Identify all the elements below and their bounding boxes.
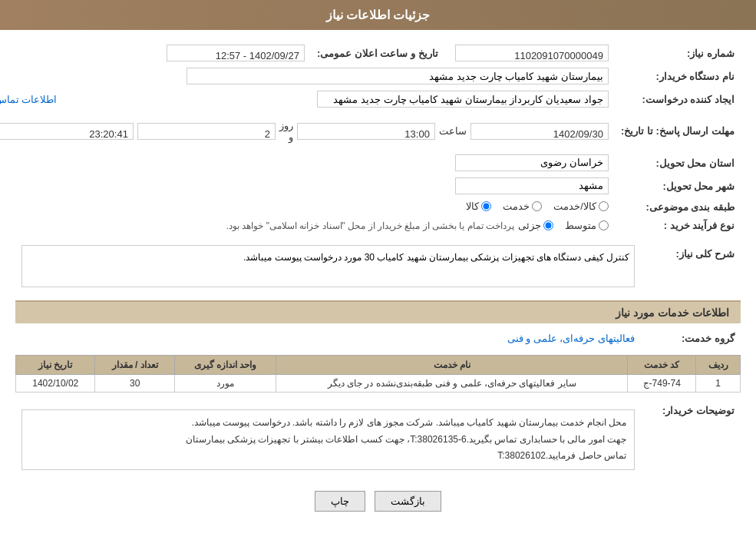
- services-table: ردیف کد خدمت نام خدمت واحد اندازه گیری ت…: [15, 355, 741, 393]
- radio-kala-khedmat-label: کالا/خدمت: [553, 200, 596, 212]
- shahr-label: شهر محل تحویل:: [615, 174, 741, 197]
- page-header: جزئیات اطلاعات نیاز: [0, 0, 756, 30]
- tosih-kharidar-text: محل انجام خدمت بیمارستان شهید کامیاب میب…: [186, 417, 626, 461]
- farayand-radio-group: متوسط جزئی: [518, 220, 609, 231]
- shomare-niaz-value: 1102091070000049: [455, 45, 609, 61]
- nov-farayand-label: نوع فرآیند خرید :: [615, 217, 741, 234]
- cell-tarikh: 1402/10/02: [16, 375, 95, 393]
- col-kod: کد خدمت: [628, 356, 696, 375]
- radio-kala-khedmat-input[interactable]: [599, 201, 609, 211]
- tabeband-radio-group: کالا/خدمت خدمت کالا: [466, 200, 609, 212]
- tosih-kharidar-label: توضیحات خریدار:: [641, 400, 741, 479]
- ijad-konande-input[interactable]: [317, 91, 609, 108]
- cell-name: سایر فعالیتهای حرفه‌ای، علمی و فنی طبقه‌…: [276, 375, 628, 393]
- cell-tedad: 30: [95, 375, 174, 393]
- roz-value: 2: [137, 123, 276, 140]
- mohlat-date: 1402/09/30: [470, 123, 609, 140]
- cell-vahed: مورد: [174, 375, 276, 393]
- sharh-koli-textarea[interactable]: [21, 245, 635, 287]
- tabeband-label: طبقه بندی موضوعی:: [615, 197, 741, 217]
- main-info-table: شماره نیاز: 1102091070000049 تاریخ و ساع…: [0, 41, 741, 234]
- radio-khedmat-label: خدمت: [503, 200, 530, 212]
- radio-jazei-input[interactable]: [543, 220, 553, 230]
- radio-khedmat-input[interactable]: [532, 201, 542, 211]
- cell-radif: 1: [696, 375, 741, 393]
- sharh-table: شرح کلی نیاز:: [15, 242, 741, 293]
- tarikh-aalan-value: 1402/09/27 - 12:57: [167, 45, 305, 61]
- page-title: جزئیات اطلاعات نیاز: [326, 8, 431, 22]
- saat-value: 13:00: [297, 123, 435, 140]
- radio-jazei-label: جزئی: [518, 220, 541, 231]
- radio-motavasset-input[interactable]: [599, 220, 609, 230]
- col-tarikh: تاریخ نیاز: [16, 356, 95, 375]
- sharh-koli-label: شرح کلی نیاز:: [641, 242, 741, 293]
- col-vahed: واحد اندازه گیری: [174, 356, 276, 375]
- ostan-label: استان محل تحویل:: [615, 151, 741, 174]
- farayand-note: پرداخت تمام یا بخشی از مبلغ خریدار از مح…: [226, 220, 514, 231]
- baghimande-value: 23:20:41: [0, 123, 134, 140]
- nam-dastgah-input[interactable]: [187, 68, 609, 84]
- nam-dastgah-label: نام دستگاه خریدار:: [615, 65, 741, 88]
- roz-label: روز و: [279, 120, 293, 143]
- col-radif: ردیف: [696, 356, 741, 375]
- ijad-konande-label: ایجاد کننده درخواست:: [615, 88, 741, 111]
- radio-khedmat[interactable]: خدمت: [503, 200, 542, 212]
- mohlat-label: مهلت ارسال پاسخ: تا تاریخ:: [615, 111, 741, 151]
- bazgasht-button[interactable]: بازگشت: [375, 491, 441, 512]
- shahr-input[interactable]: [455, 177, 609, 194]
- button-row: بازگشت چاپ: [15, 491, 741, 523]
- tarikh-aalan-label: تاریخ و ساعت اعلان عمومی:: [311, 41, 444, 65]
- radio-kala-label: کالا: [466, 200, 479, 212]
- shomare-niaz-label: شماره نیاز:: [615, 41, 741, 65]
- radio-jazei[interactable]: جزئی: [518, 220, 553, 231]
- col-tedad: تعداد / مقدار: [95, 356, 174, 375]
- services-section-header: اطلاعات خدمات مورد نیاز: [15, 300, 741, 323]
- radio-motavasset[interactable]: متوسط: [565, 220, 609, 231]
- radio-kala-input[interactable]: [481, 201, 491, 211]
- col-name: نام خدمت: [276, 356, 628, 375]
- saat-label: ساعت: [439, 125, 467, 137]
- groh-table: گروه خدمت: فعالیتهای حرفه‌ای، علمی و فنی: [15, 330, 741, 347]
- radio-kala-khedmat[interactable]: کالا/خدمت: [553, 200, 609, 212]
- chap-button[interactable]: چاپ: [315, 491, 365, 512]
- radio-motavasset-label: متوسط: [565, 220, 596, 231]
- groh-khedmat-value[interactable]: فعالیتهای حرفه‌ای، علمی و فنی: [507, 333, 635, 344]
- tosih-kharidar-box: محل انجام خدمت بیمارستان شهید کامیاب میب…: [21, 409, 635, 470]
- tosih-table: توضیحات خریدار: محل انجام خدمت بیمارستان…: [15, 400, 741, 479]
- ostan-input[interactable]: [455, 154, 609, 171]
- table-row: 1 749-74-ج سایر فعالیتهای حرفه‌ای، علمی …: [16, 375, 741, 393]
- groh-khedmat-label: گروه خدمت:: [641, 330, 741, 347]
- radio-kala[interactable]: کالا: [466, 200, 491, 212]
- cell-kod: 749-74-ج: [628, 375, 696, 393]
- etelaat-tamas-link[interactable]: اطلاعات تماس خریدار: [0, 94, 57, 105]
